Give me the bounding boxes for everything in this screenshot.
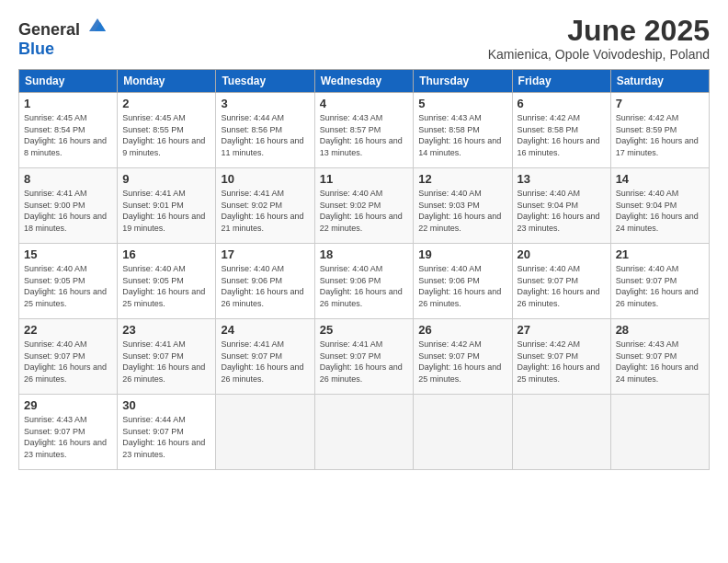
day-info: Sunrise: 4:42 AMSunset: 8:58 PMDaylight:… xyxy=(518,113,600,157)
day-info: Sunrise: 4:40 AMSunset: 9:06 PMDaylight:… xyxy=(221,264,303,308)
calendar-cell: 16 Sunrise: 4:40 AMSunset: 9:05 PMDaylig… xyxy=(118,244,216,319)
calendar-week-row: 8 Sunrise: 4:41 AMSunset: 9:00 PMDayligh… xyxy=(19,168,710,244)
logo-general: General xyxy=(18,20,80,39)
calendar-cell: 4 Sunrise: 4:43 AMSunset: 8:57 PMDayligh… xyxy=(314,93,414,168)
day-number: 12 xyxy=(418,172,506,186)
day-info: Sunrise: 4:40 AMSunset: 9:04 PMDaylight:… xyxy=(518,189,600,233)
calendar-cell: 14 Sunrise: 4:40 AMSunset: 9:04 PMDaylig… xyxy=(610,168,709,244)
day-info: Sunrise: 4:45 AMSunset: 8:55 PMDaylight:… xyxy=(122,113,205,157)
day-info: Sunrise: 4:41 AMSunset: 9:01 PMDaylight:… xyxy=(122,189,205,233)
day-info: Sunrise: 4:40 AMSunset: 9:07 PMDaylight:… xyxy=(616,264,699,308)
day-number: 2 xyxy=(122,97,210,110)
weekday-header: Thursday xyxy=(414,70,512,93)
day-info: Sunrise: 4:40 AMSunset: 9:02 PMDaylight:… xyxy=(320,189,403,233)
calendar-cell: 9 Sunrise: 4:41 AMSunset: 9:01 PMDayligh… xyxy=(118,168,216,244)
calendar-cell: 22 Sunrise: 4:40 AMSunset: 9:07 PMDaylig… xyxy=(19,319,118,395)
day-number: 8 xyxy=(24,172,112,186)
calendar-cell: 29 Sunrise: 4:43 AMSunset: 9:07 PMDaylig… xyxy=(19,395,118,470)
calendar-week-row: 1 Sunrise: 4:45 AMSunset: 8:54 PMDayligh… xyxy=(19,93,710,168)
day-info: Sunrise: 4:42 AMSunset: 9:07 PMDaylight:… xyxy=(418,339,501,384)
calendar-cell: 15 Sunrise: 4:40 AMSunset: 9:05 PMDaylig… xyxy=(19,244,118,319)
calendar-cell xyxy=(610,395,709,470)
day-info: Sunrise: 4:40 AMSunset: 9:04 PMDaylight:… xyxy=(616,189,699,233)
day-number: 26 xyxy=(418,323,506,337)
day-number: 6 xyxy=(518,97,606,110)
day-number: 9 xyxy=(122,172,210,186)
calendar-cell xyxy=(216,395,314,470)
day-info: Sunrise: 4:41 AMSunset: 9:00 PMDaylight:… xyxy=(24,189,107,233)
calendar-cell: 5 Sunrise: 4:43 AMSunset: 8:58 PMDayligh… xyxy=(414,93,512,168)
day-number: 4 xyxy=(320,97,409,110)
calendar-cell: 21 Sunrise: 4:40 AMSunset: 9:07 PMDaylig… xyxy=(610,244,709,319)
calendar-cell xyxy=(512,395,610,470)
weekday-header: Tuesday xyxy=(216,70,314,93)
day-info: Sunrise: 4:40 AMSunset: 9:06 PMDaylight:… xyxy=(320,264,403,308)
calendar-cell: 18 Sunrise: 4:40 AMSunset: 9:06 PMDaylig… xyxy=(314,244,414,319)
day-number: 11 xyxy=(320,172,409,186)
day-number: 20 xyxy=(518,247,606,261)
calendar-cell: 8 Sunrise: 4:41 AMSunset: 9:00 PMDayligh… xyxy=(19,168,118,244)
month-title: June 2025 xyxy=(488,15,710,47)
day-number: 16 xyxy=(122,247,210,261)
day-number: 21 xyxy=(616,247,704,261)
day-number: 22 xyxy=(24,323,112,337)
calendar-cell: 24 Sunrise: 4:41 AMSunset: 9:07 PMDaylig… xyxy=(216,319,314,395)
day-info: Sunrise: 4:45 AMSunset: 8:54 PMDaylight:… xyxy=(24,113,107,157)
day-info: Sunrise: 4:41 AMSunset: 9:07 PMDaylight:… xyxy=(122,339,205,384)
calendar-cell: 11 Sunrise: 4:40 AMSunset: 9:02 PMDaylig… xyxy=(314,168,414,244)
day-info: Sunrise: 4:43 AMSunset: 8:58 PMDaylight:… xyxy=(418,113,501,157)
weekday-header: Saturday xyxy=(610,70,709,93)
day-number: 14 xyxy=(616,172,704,186)
day-number: 13 xyxy=(518,172,606,186)
day-info: Sunrise: 4:43 AMSunset: 9:07 PMDaylight:… xyxy=(24,415,107,459)
day-number: 5 xyxy=(418,97,506,110)
day-info: Sunrise: 4:40 AMSunset: 9:03 PMDaylight:… xyxy=(418,189,501,233)
day-info: Sunrise: 4:44 AMSunset: 9:07 PMDaylight:… xyxy=(122,415,205,459)
day-number: 7 xyxy=(616,97,704,110)
day-info: Sunrise: 4:40 AMSunset: 9:07 PMDaylight:… xyxy=(518,264,600,308)
calendar-cell: 19 Sunrise: 4:40 AMSunset: 9:06 PMDaylig… xyxy=(414,244,512,319)
calendar-cell: 28 Sunrise: 4:43 AMSunset: 9:07 PMDaylig… xyxy=(610,319,709,395)
day-number: 15 xyxy=(24,247,112,261)
day-info: Sunrise: 4:44 AMSunset: 8:56 PMDaylight:… xyxy=(221,113,303,157)
calendar-cell: 10 Sunrise: 4:41 AMSunset: 9:02 PMDaylig… xyxy=(216,168,314,244)
title-block: June 2025 Kamienica, Opole Voivodeship, … xyxy=(488,15,710,62)
day-number: 30 xyxy=(122,398,210,412)
day-info: Sunrise: 4:41 AMSunset: 9:07 PMDaylight:… xyxy=(320,339,403,384)
calendar-cell: 23 Sunrise: 4:41 AMSunset: 9:07 PMDaylig… xyxy=(118,319,216,395)
logo-icon xyxy=(87,15,108,35)
weekday-header: Wednesday xyxy=(314,70,414,93)
calendar-cell: 3 Sunrise: 4:44 AMSunset: 8:56 PMDayligh… xyxy=(216,93,314,168)
calendar-cell: 12 Sunrise: 4:40 AMSunset: 9:03 PMDaylig… xyxy=(414,168,512,244)
day-info: Sunrise: 4:42 AMSunset: 9:07 PMDaylight:… xyxy=(518,339,600,384)
day-info: Sunrise: 4:40 AMSunset: 9:05 PMDaylight:… xyxy=(122,264,205,308)
weekday-header: Sunday xyxy=(19,70,118,93)
calendar-cell: 13 Sunrise: 4:40 AMSunset: 9:04 PMDaylig… xyxy=(512,168,610,244)
location-subtitle: Kamienica, Opole Voivodeship, Poland xyxy=(488,47,710,62)
day-number: 19 xyxy=(418,247,506,261)
day-number: 17 xyxy=(221,247,309,261)
day-info: Sunrise: 4:40 AMSunset: 9:06 PMDaylight:… xyxy=(418,264,501,308)
day-info: Sunrise: 4:40 AMSunset: 9:05 PMDaylight:… xyxy=(24,264,107,308)
weekday-header: Friday xyxy=(512,70,610,93)
day-number: 24 xyxy=(221,323,309,337)
day-info: Sunrise: 4:41 AMSunset: 9:07 PMDaylight:… xyxy=(221,339,303,384)
calendar-week-row: 15 Sunrise: 4:40 AMSunset: 9:05 PMDaylig… xyxy=(19,244,710,319)
calendar-cell: 2 Sunrise: 4:45 AMSunset: 8:55 PMDayligh… xyxy=(118,93,216,168)
calendar-cell: 7 Sunrise: 4:42 AMSunset: 8:59 PMDayligh… xyxy=(610,93,709,168)
day-number: 28 xyxy=(616,323,704,337)
calendar-cell: 17 Sunrise: 4:40 AMSunset: 9:06 PMDaylig… xyxy=(216,244,314,319)
calendar-header-row: SundayMondayTuesdayWednesdayThursdayFrid… xyxy=(19,70,710,93)
calendar-week-row: 22 Sunrise: 4:40 AMSunset: 9:07 PMDaylig… xyxy=(19,319,710,395)
logo-blue: Blue xyxy=(18,40,54,58)
day-number: 29 xyxy=(24,398,112,412)
day-number: 1 xyxy=(24,97,112,110)
calendar-week-row: 29 Sunrise: 4:43 AMSunset: 9:07 PMDaylig… xyxy=(19,395,710,470)
day-info: Sunrise: 4:40 AMSunset: 9:07 PMDaylight:… xyxy=(24,339,107,384)
calendar-cell: 6 Sunrise: 4:42 AMSunset: 8:58 PMDayligh… xyxy=(512,93,610,168)
day-info: Sunrise: 4:41 AMSunset: 9:02 PMDaylight:… xyxy=(221,189,303,233)
calendar-cell: 20 Sunrise: 4:40 AMSunset: 9:07 PMDaylig… xyxy=(512,244,610,319)
calendar-cell xyxy=(314,395,414,470)
day-number: 3 xyxy=(221,97,309,110)
header: General Blue June 2025 Kamienica, Opole … xyxy=(18,15,710,62)
